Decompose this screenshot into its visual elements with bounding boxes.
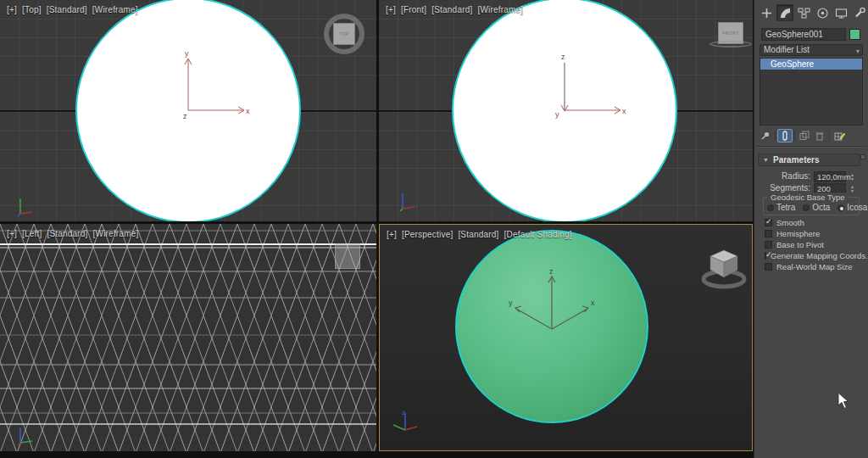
- segments-label: Segments:: [758, 183, 810, 193]
- modify-tab-icon[interactable]: [776, 4, 793, 21]
- viewport-menu-style[interactable]: [Standard]: [431, 5, 472, 14]
- viewport-menu-shading[interactable]: [Default Shading]: [504, 230, 572, 239]
- viewport-menu-style[interactable]: [Standard]: [47, 5, 87, 14]
- radio-circle[interactable]: [803, 204, 810, 211]
- viewport-menu-pov[interactable]: [Front]: [401, 5, 426, 14]
- geodesic-base-type-group: Geodesic Base Type Tetra Octa Icosa: [763, 197, 860, 215]
- object-name-row: GeoSphere001: [761, 28, 863, 41]
- 3dsmax-window: y x z N S W E TOP [+] [Top] [Standard] […: [0, 0, 868, 458]
- remove-modifier-icon[interactable]: [812, 129, 827, 142]
- pin-stack-icon[interactable]: [758, 129, 773, 142]
- compass-south[interactable]: S: [342, 53, 346, 60]
- viewport-menu-shading[interactable]: [Wireframe]: [477, 5, 523, 14]
- viewcube[interactable]: N S W E TOP: [320, 10, 368, 58]
- configure-modifier-sets-icon[interactable]: [832, 129, 847, 142]
- viewport-label-top: [+] [Top] [Standard] [Wireframe]: [7, 5, 141, 14]
- viewcube-compass-ring[interactable]: [709, 41, 752, 47]
- viewport-menu-style[interactable]: [Standard]: [458, 230, 498, 239]
- geosphere-left-wireframe: [0, 224, 376, 451]
- geosphere-shaded[interactable]: [455, 230, 648, 423]
- show-end-result-icon[interactable]: [777, 129, 793, 142]
- viewport-label-front: [+] [Front] [Standard] [Wireframe]: [386, 5, 526, 14]
- checkbox-base-to-pivot[interactable]: Base to Pivot: [765, 239, 866, 249]
- compass-east[interactable]: E: [365, 31, 370, 38]
- command-panel-tabs: [758, 4, 868, 23]
- viewport-menu-pov[interactable]: [Left]: [22, 229, 42, 238]
- viewport-menu-general[interactable]: [+]: [386, 5, 396, 14]
- radio-label: Tetra: [776, 203, 795, 212]
- viewport-label-perspective: [+] [Perspective] [Standard] [Default Sh…: [387, 230, 575, 239]
- radio-label: Octa: [812, 203, 830, 212]
- radius-input[interactable]: 120,0mm: [814, 171, 846, 182]
- axis-label-z: z: [402, 409, 405, 416]
- geodesic-base-type-options: Tetra Octa Icosa: [767, 203, 867, 212]
- viewcube[interactable]: FRONT: [706, 20, 753, 54]
- radio-tetra[interactable]: Tetra: [767, 203, 795, 212]
- viewcube-faded[interactable]: [335, 243, 360, 269]
- geosphere-top-wireframe[interactable]: [75, 0, 301, 221]
- checkbox-box[interactable]: [765, 230, 772, 237]
- radio-circle-selected[interactable]: [837, 204, 844, 211]
- viewport-menu-general[interactable]: [+]: [7, 5, 17, 14]
- parameters-rollout-header[interactable]: ▼ Parameters: [758, 154, 860, 166]
- create-tab-icon[interactable]: [758, 4, 775, 21]
- object-name-input[interactable]: GeoSphere001: [761, 28, 846, 41]
- viewport-top[interactable]: y x z N S W E TOP [+] [Top] [Standard] […: [0, 0, 376, 221]
- checkbox-box[interactable]: [765, 252, 766, 260]
- radius-spinner[interactable]: ▲▼: [849, 171, 856, 182]
- compass-west[interactable]: W: [317, 31, 324, 38]
- radio-circle[interactable]: [767, 204, 774, 211]
- motion-tab-icon[interactable]: [814, 4, 831, 21]
- radio-octa[interactable]: Octa: [803, 203, 830, 212]
- viewport-menu-pov[interactable]: [Top]: [22, 5, 42, 14]
- checkbox-real-world-map-size[interactable]: Real-World Map Size: [765, 261, 866, 271]
- radio-icosa[interactable]: Icosa: [837, 203, 867, 212]
- viewcube-top-face[interactable]: TOP: [333, 23, 355, 45]
- viewport-perspective-active[interactable]: z y x z [+] [Perspective] [Standard] [De…: [379, 224, 753, 451]
- viewport-menu-shading[interactable]: [Wireframe]: [92, 5, 138, 14]
- viewport-menu-general[interactable]: [+]: [387, 230, 397, 239]
- viewport-menu-shading[interactable]: [Wireframe]: [93, 229, 139, 238]
- radio-label: Icosa: [847, 203, 867, 212]
- viewport-menu-style[interactable]: [Standard]: [47, 229, 87, 238]
- display-tab-icon[interactable]: [832, 4, 849, 21]
- checkbox-box[interactable]: [765, 241, 772, 249]
- checkbox-label: Smooth: [776, 218, 804, 227]
- rollout-title: Parameters: [773, 154, 819, 165]
- rollout-gripper[interactable]: [860, 154, 865, 159]
- segments-spinner[interactable]: ▲▼: [849, 183, 856, 194]
- modifier-stack[interactable]: GeoSphere: [760, 58, 863, 126]
- chevron-down-icon: ▾: [856, 47, 860, 57]
- world-axis-gizmo: [7, 192, 34, 219]
- checkbox-generate-mapping-coords[interactable]: Generate Mapping Coords.: [765, 250, 866, 260]
- modifier-stack-item-geosphere[interactable]: GeoSphere: [760, 59, 862, 70]
- make-unique-icon[interactable]: [797, 129, 812, 142]
- viewport-label-left: [+] [Left] [Standard] [Wireframe]: [7, 229, 141, 238]
- world-axis-gizmo: [389, 187, 416, 214]
- modifier-list-dropdown[interactable]: Modifier List ▾: [760, 44, 863, 56]
- viewport-left[interactable]: [+] [Left] [Standard] [Wireframe]: [0, 224, 376, 451]
- checkbox-smooth[interactable]: Smooth: [765, 217, 866, 227]
- radius-row: Radius: 120,0mm ▲▼: [758, 171, 865, 183]
- viewcube[interactable]: [700, 243, 749, 294]
- object-color-swatch[interactable]: [849, 29, 860, 40]
- modifier-stack-toolbar: [758, 128, 866, 143]
- checkbox-label: Generate Mapping Coords.: [771, 251, 868, 260]
- viewport-menu-pov[interactable]: [Perspective]: [402, 230, 453, 239]
- panel-divider: [756, 146, 867, 148]
- toolbar-separator: [829, 131, 830, 141]
- checkbox-box[interactable]: [765, 263, 772, 271]
- toolbar-separator: [794, 131, 795, 141]
- compass-north[interactable]: N: [342, 8, 347, 15]
- geodesic-base-type-title: Geodesic Base Type: [768, 193, 848, 202]
- checkbox-box[interactable]: [765, 219, 772, 226]
- hierarchy-tab-icon[interactable]: [795, 4, 812, 21]
- utilities-tab-icon[interactable]: [851, 4, 868, 21]
- modifier-list-label: Modifier List: [764, 45, 810, 54]
- geosphere-front-wireframe[interactable]: [452, 0, 677, 221]
- viewport-front[interactable]: z x y FRONT [+] [Front] [Standard] [Wire…: [379, 0, 753, 221]
- checkbox-label: Base to Pivot: [776, 240, 824, 249]
- command-panel: GeoSphere001 Modifier List ▾ GeoSphere: [754, 0, 868, 458]
- viewport-menu-general[interactable]: [+]: [7, 229, 17, 238]
- checkbox-hemisphere[interactable]: Hemisphere: [765, 228, 866, 238]
